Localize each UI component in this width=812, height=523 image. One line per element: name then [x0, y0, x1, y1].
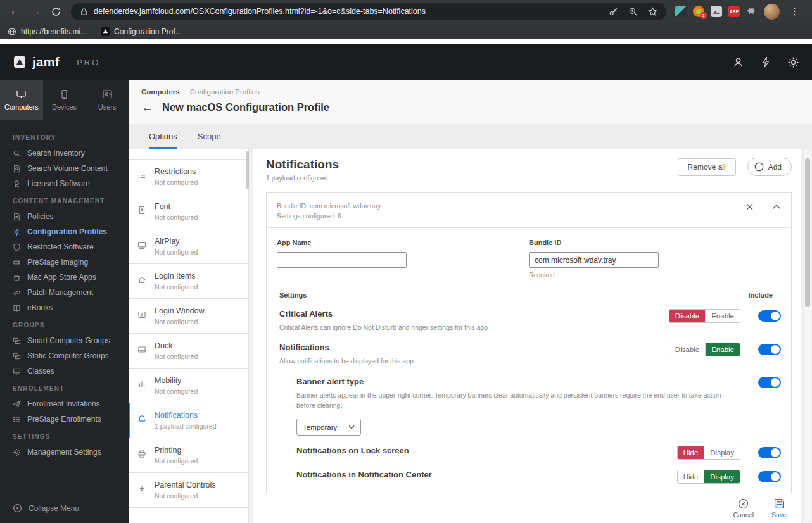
sidebar-item-ebooks[interactable]: eBooks — [0, 300, 129, 315]
nav-tab-computers[interactable]: Computers — [0, 80, 43, 120]
sidebar-item-patch-management[interactable]: Patch Management — [0, 285, 129, 300]
extensions-puzzle-icon[interactable] — [746, 6, 758, 17]
payload-item-notifications[interactable]: Notifications 1 payload configured — [129, 403, 249, 438]
payload-item-dock[interactable]: Dock Not configured — [129, 334, 249, 369]
license-icon — [13, 180, 21, 188]
sidebar-item-smart-computer-groups[interactable]: Smart Computer Groups — [0, 333, 129, 348]
cancel-button[interactable]: Cancel — [733, 498, 754, 519]
sidebar-item-label: Patch Management — [27, 288, 93, 297]
sidebar-item-static-computer-groups[interactable]: Static Computer Groups — [0, 348, 129, 363]
payload-item-restrictions[interactable]: Restrictions Not configured — [129, 160, 249, 194]
sidebar-item-search-inventory[interactable]: Search Inventory — [0, 146, 129, 161]
enable-button[interactable]: Enable — [705, 343, 740, 356]
setting-title: Critical Alerts — [279, 309, 654, 318]
dock-icon — [137, 345, 146, 354]
remove-all-button[interactable]: Remove all — [678, 158, 736, 176]
payload-item-font[interactable]: Font Not configured — [129, 194, 249, 229]
sidebar-item-management-settings[interactable]: Management Settings — [0, 444, 129, 460]
hide-button[interactable]: Hide — [678, 470, 704, 483]
bookmark-benefits[interactable]: https://benefits.mi... — [8, 27, 87, 36]
sidebar-item-prestage-imaging[interactable]: PreStage Imaging — [0, 255, 129, 270]
extension-icon-2[interactable]: 1 — [693, 6, 704, 17]
account-icon[interactable] — [732, 56, 744, 68]
users-icon — [102, 89, 113, 99]
sidebar-item-prestage-enrollments[interactable]: PreStage Enrollments — [0, 412, 129, 427]
banner-alert-type-select[interactable]: Temporary — [296, 419, 361, 436]
sidebar-item-search-volume-content[interactable]: Search Volume Content — [0, 161, 129, 176]
sidebar-item-classes[interactable]: Classes — [0, 363, 129, 379]
profile-avatar[interactable] — [764, 4, 780, 20]
bookmark-star-icon[interactable] — [648, 7, 657, 16]
browser-forward-button[interactable]: → — [27, 3, 44, 20]
browser-toolbar: ← → defenderdev.jamfcloud.com/OSXConfigu… — [0, 0, 812, 23]
payload-item-parental-controls[interactable]: Parental Controls Not configured — [129, 473, 249, 508]
enable-button[interactable]: Enable — [705, 310, 740, 322]
font-icon — [137, 206, 146, 215]
extension-icon-3[interactable] — [711, 6, 722, 17]
app-store-bag-icon — [13, 274, 21, 282]
back-button[interactable]: ← — [141, 101, 153, 113]
tab-options[interactable]: Options — [149, 132, 177, 149]
add-button[interactable]: Add — [747, 158, 792, 176]
sidebar-item-restricted-software[interactable]: Restricted Software — [0, 239, 129, 255]
payload-item-login-window[interactable]: Login Window Not configured — [129, 299, 249, 334]
disable-button[interactable]: Disable — [669, 343, 705, 356]
payload-item-airplay[interactable]: AirPlay Not configured — [129, 229, 249, 264]
notification-center-include-toggle[interactable] — [758, 471, 781, 482]
payload-item-partial-top[interactable] — [129, 149, 249, 160]
computers-icon — [16, 89, 27, 99]
collapse-card-chevron-icon[interactable] — [772, 204, 781, 210]
sidebar-item-policies[interactable]: Policies — [0, 209, 129, 224]
page-scrollbar[interactable] — [803, 151, 811, 522]
tab-scope[interactable]: Scope — [198, 132, 221, 149]
extension-icon-1[interactable] — [675, 6, 687, 17]
banner-alert-type-include-toggle[interactable] — [758, 377, 781, 388]
bookmark-configuration-profiles[interactable]: Configuration Prof... — [101, 27, 182, 36]
sidebar-item-mac-app-store-apps[interactable]: Mac App Store Apps — [0, 270, 129, 285]
setting-row-critical-alerts: Critical Alerts Critical Alerts can igno… — [267, 299, 791, 332]
sidebar-item-enrollment-invitations[interactable]: Enrollment Invitations — [0, 396, 129, 412]
payload-item-login-items[interactable]: Login Items Not configured — [129, 264, 249, 299]
sidebar-item-label: Policies — [27, 212, 53, 221]
hide-button[interactable]: Hide — [678, 446, 704, 459]
payload-list-scrollbar[interactable] — [246, 151, 249, 189]
disable-button[interactable]: Disable — [669, 310, 705, 322]
jamf-logo[interactable]: jamf PRO — [13, 55, 100, 70]
payload-name: Restrictions — [155, 167, 243, 176]
browser-reload-button[interactable] — [47, 3, 65, 20]
payload-item-partial-bottom[interactable] — [129, 508, 249, 523]
saved-passwords-key-icon[interactable] — [609, 7, 618, 16]
nav-tab-users[interactable]: Users — [86, 80, 129, 120]
bundle-id-input[interactable] — [529, 252, 659, 268]
sidebar-item-configuration-profiles[interactable]: Configuration Profiles — [0, 224, 129, 239]
lock-screen-include-toggle[interactable] — [758, 447, 781, 458]
breadcrumb-configuration-profiles[interactable]: Configuration Profiles — [190, 88, 260, 96]
page-scrollbar-thumb[interactable] — [805, 158, 810, 307]
collapse-menu-button[interactable]: Collapse Menu — [13, 503, 79, 513]
notifications-include-toggle[interactable] — [758, 344, 781, 355]
payload-item-printing[interactable]: Printing Not configured — [129, 438, 249, 473]
collapse-label: Collapse Menu — [29, 504, 79, 513]
primary-nav: Computers Devices Users — [0, 80, 129, 120]
save-button[interactable]: Save — [771, 498, 787, 519]
app-name-input[interactable] — [277, 252, 407, 268]
section-title-enrollment: ENROLLMENT — [0, 379, 129, 396]
actions-bolt-icon[interactable] — [761, 56, 771, 68]
remove-card-icon[interactable] — [745, 203, 754, 211]
sidebar: Computers Devices Users INVENTORY Search… — [0, 80, 129, 523]
payload-item-mobility[interactable]: Mobility Not configured — [129, 369, 249, 403]
display-button[interactable]: Display — [704, 446, 740, 459]
nav-tab-devices[interactable]: Devices — [43, 80, 86, 120]
browser-menu-icon[interactable]: ⋮ — [786, 6, 803, 17]
settings-gear-icon[interactable] — [787, 56, 799, 68]
address-bar[interactable]: defenderdev.jamfcloud.com/OSXConfigurati… — [71, 3, 666, 20]
browser-back-button[interactable]: ← — [6, 3, 24, 20]
patch-icon — [13, 289, 21, 297]
critical-alerts-include-toggle[interactable] — [758, 310, 781, 322]
mobility-icon — [137, 380, 146, 389]
zoom-icon[interactable] — [628, 7, 638, 16]
display-button[interactable]: Display — [704, 470, 740, 483]
breadcrumb-computers[interactable]: Computers — [141, 88, 180, 96]
adblock-extension-icon[interactable]: ABP — [728, 6, 740, 17]
sidebar-item-licensed-software[interactable]: Licensed Software — [0, 176, 129, 191]
